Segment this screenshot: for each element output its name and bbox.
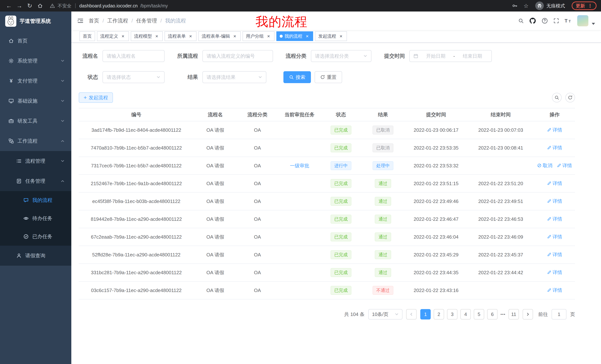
breadcrumb: 首页 / 工作流程 / 任务管理 / 我的流程: [89, 17, 186, 24]
close-icon[interactable]: ×: [305, 34, 310, 39]
browser-menu-icon[interactable]: ⋮: [588, 3, 592, 9]
address-bar[interactable]: 不安全 dashboard.yudao.iocoder.cn/bpm/task/…: [50, 3, 168, 9]
browser-forward-button[interactable]: →: [15, 1, 24, 10]
detail-link[interactable]: 详情: [547, 234, 562, 240]
sidebar-item-workflow[interactable]: 工作流程: [0, 131, 71, 151]
page-size-select[interactable]: 10条/页: [368, 309, 402, 319]
page-button-4[interactable]: 4: [461, 309, 471, 319]
current-task-link[interactable]: 一级审批: [290, 163, 309, 169]
page-button-3[interactable]: 3: [447, 309, 457, 319]
goto-page-input[interactable]: [551, 309, 566, 319]
page-button-11[interactable]: 11: [509, 309, 519, 319]
calendar-icon: [413, 54, 418, 58]
table-refresh-button[interactable]: [565, 93, 575, 102]
submit-time-range[interactable]: 开始日期 - 结束日期: [409, 50, 492, 62]
page-button-2[interactable]: 2: [434, 309, 444, 319]
detail-link[interactable]: 详情: [547, 144, 562, 151]
caret-down-icon[interactable]: [592, 23, 595, 25]
browser-home-button[interactable]: [36, 1, 45, 10]
sidebar-item-todo-tasks[interactable]: 待办任务: [0, 209, 71, 228]
detail-link[interactable]: 详情: [547, 287, 562, 294]
sidebar-item-system[interactable]: 系统管理: [0, 51, 71, 71]
status-badge: 已完成: [331, 179, 351, 188]
close-icon[interactable]: ×: [266, 34, 271, 39]
cell-submit-time: 2022-01-22 23:46:47: [405, 210, 467, 228]
close-icon[interactable]: ×: [232, 34, 237, 39]
result-badge: 通过: [375, 215, 391, 224]
detail-link[interactable]: 详情: [547, 251, 562, 258]
detail-link[interactable]: 详情: [547, 198, 562, 204]
detail-link[interactable]: 详情: [547, 269, 562, 276]
sidebar-item-home[interactable]: 首页: [0, 31, 71, 51]
close-icon[interactable]: ×: [188, 34, 193, 39]
breadcrumb-item-task[interactable]: 任务管理: [136, 17, 157, 24]
tab-6[interactable]: 我的流程×: [276, 31, 313, 41]
cell-category: OA: [237, 281, 278, 299]
chevron-down-icon: [363, 54, 367, 58]
prev-page-button[interactable]: [406, 309, 417, 319]
page-button-1[interactable]: 1: [420, 309, 431, 319]
sidebar-item-leave-query[interactable]: 请假查询: [0, 246, 71, 266]
reset-button[interactable]: 重置: [315, 71, 342, 83]
tab-0[interactable]: 首页: [80, 31, 95, 41]
status-select[interactable]: 请选择状态: [102, 71, 165, 83]
sidebar-item-payment[interactable]: ¥支付管理: [0, 71, 71, 91]
cancel-link[interactable]: 取消: [537, 162, 552, 169]
browser-reload-button[interactable]: ↻: [25, 1, 34, 10]
github-icon[interactable]: [529, 18, 536, 24]
create-process-button[interactable]: + 发起流程: [79, 92, 113, 103]
page-button-5[interactable]: 5: [474, 309, 484, 319]
sidebar-item-my-process[interactable]: 我的流程: [0, 191, 71, 209]
result-select[interactable]: 请选择流结果: [202, 71, 266, 83]
active-dot: [280, 35, 283, 38]
fullscreen-icon[interactable]: [553, 18, 559, 24]
table-search-button[interactable]: [552, 93, 562, 102]
sidebar-item-task-mgmt[interactable]: 任务管理: [0, 171, 71, 191]
sidebar-item-done-tasks[interactable]: 已办任务: [0, 228, 71, 246]
bookmark-star-icon[interactable]: ☆: [523, 3, 529, 9]
tab-label: 流程表单-编辑: [202, 33, 230, 39]
tab-7[interactable]: 发起流程×: [315, 31, 347, 41]
close-icon[interactable]: ×: [338, 34, 344, 39]
cell-id: 7317cec6-7b9b-11ec-b5b7-acde48001122: [79, 157, 194, 175]
page-button-6[interactable]: 6: [487, 309, 498, 319]
tab-1[interactable]: 流程定义×: [97, 31, 129, 41]
breadcrumb-item-home[interactable]: 首页: [89, 17, 99, 24]
sidebar-item-devtools[interactable]: 研发工具: [0, 111, 71, 131]
sidebar-item-infra[interactable]: 基础设施: [0, 91, 71, 111]
close-icon[interactable]: ×: [154, 34, 159, 39]
detail-link[interactable]: 详情: [547, 127, 562, 133]
category-select[interactable]: 请选择流程分类: [311, 50, 371, 62]
browser-back-button[interactable]: ←: [4, 1, 13, 10]
tab-3[interactable]: 流程表单×: [165, 31, 197, 41]
url-host: dashboard.yudao.iocoder.cn: [79, 3, 138, 9]
font-size-icon[interactable]: TT: [565, 18, 572, 24]
cell-name: OA 请假: [194, 192, 237, 210]
tab-4[interactable]: 流程表单-编辑×: [198, 31, 241, 41]
password-key-icon[interactable]: [512, 3, 518, 9]
breadcrumb-item-workflow[interactable]: 工作流程: [107, 17, 128, 24]
detail-link[interactable]: 详情: [547, 216, 562, 222]
help-icon[interactable]: [541, 18, 548, 24]
sidebar-item-process-mgmt[interactable]: 流程管理: [0, 151, 71, 171]
detail-link[interactable]: 详情: [557, 162, 572, 169]
detail-link[interactable]: 详情: [547, 180, 562, 187]
update-button[interactable]: 更新 ⋮: [572, 1, 597, 10]
tab-2[interactable]: 流程模型×: [131, 31, 163, 41]
header-search-icon[interactable]: [518, 18, 524, 24]
refresh-icon: [320, 75, 325, 80]
avatar[interactable]: [577, 15, 588, 26]
next-page-button[interactable]: [523, 309, 533, 319]
close-icon[interactable]: ×: [120, 34, 126, 39]
search-button[interactable]: 搜索: [283, 71, 311, 83]
page-ellipsis[interactable]: •••: [501, 312, 506, 316]
sidebar-toggle-icon[interactable]: [77, 18, 84, 24]
tab-5[interactable]: 用户分组×: [242, 31, 274, 41]
column-header-6: 提交时间: [405, 108, 467, 121]
app-title: 芋道管理系统: [20, 18, 51, 25]
app-logo[interactable]: 芋道管理系统: [0, 11, 71, 31]
process-key-input[interactable]: [207, 53, 269, 59]
sidebar-item-label: 待办任务: [32, 215, 52, 222]
incognito-icon: [535, 1, 544, 10]
process-name-input[interactable]: [107, 53, 160, 59]
